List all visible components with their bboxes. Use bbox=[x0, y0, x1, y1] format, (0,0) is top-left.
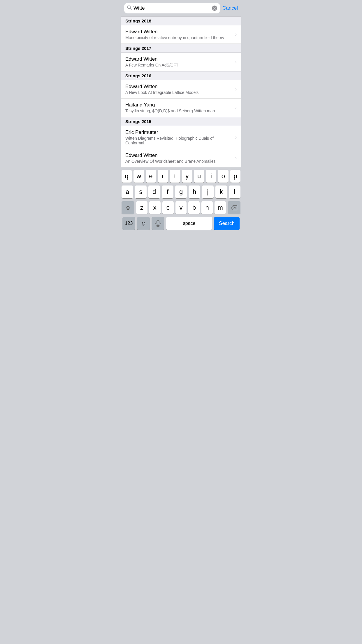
result-item[interactable]: Edward Witten A New Look At Integrable L… bbox=[121, 80, 241, 99]
keyboard: q w e r t y u i o p a s d f g h j k l z … bbox=[121, 167, 241, 231]
result-item[interactable]: Haitang Yang Tesytlin string, $O(D,D)$ a… bbox=[121, 99, 241, 117]
key-q[interactable]: q bbox=[122, 170, 132, 183]
result-subtitle: A New Look At Integrable Lattice Models bbox=[125, 90, 233, 95]
key-w[interactable]: w bbox=[133, 170, 144, 183]
key-e[interactable]: e bbox=[146, 170, 156, 183]
key-v[interactable]: v bbox=[175, 201, 187, 214]
keyboard-bottom-row: 123 ☺ space Search bbox=[122, 217, 240, 230]
search-input-wrapper bbox=[124, 3, 220, 13]
result-title: Edward Witten bbox=[125, 153, 233, 158]
key-u[interactable]: u bbox=[194, 170, 204, 183]
emoji-key[interactable]: ☺ bbox=[137, 217, 150, 230]
microphone-key[interactable] bbox=[152, 217, 164, 230]
result-subtitle: Monotonicity of relative entropy in quan… bbox=[125, 35, 233, 40]
keyboard-row-1: q w e r t y u i o p bbox=[122, 170, 240, 183]
svg-rect-4 bbox=[127, 209, 129, 210]
result-item[interactable]: Edward Witten Monotonicity of relative e… bbox=[121, 25, 241, 44]
key-h[interactable]: h bbox=[189, 186, 200, 198]
result-item[interactable]: Edward Witten A Few Remarks On AdS/CFT › bbox=[121, 53, 241, 71]
result-text: Edward Witten Monotonicity of relative e… bbox=[125, 29, 233, 40]
key-n[interactable]: n bbox=[201, 201, 213, 214]
key-z[interactable]: z bbox=[136, 201, 147, 214]
result-text: Haitang Yang Tesytlin string, $O(D,D)$ a… bbox=[125, 102, 233, 113]
keyboard-row-2: a s d f g h j k l bbox=[122, 186, 240, 198]
result-title: Eric Perlmutter bbox=[125, 130, 233, 135]
key-l[interactable]: l bbox=[229, 186, 240, 198]
key-j[interactable]: j bbox=[202, 186, 214, 198]
search-key[interactable]: Search bbox=[214, 217, 240, 230]
chevron-icon: › bbox=[235, 32, 237, 37]
key-s[interactable]: s bbox=[135, 186, 147, 198]
result-item[interactable]: Eric Perlmutter Witten Diagrams Revisite… bbox=[121, 126, 241, 149]
chevron-icon: › bbox=[235, 59, 237, 64]
key-t[interactable]: t bbox=[170, 170, 180, 183]
key-a[interactable]: a bbox=[122, 186, 133, 198]
result-subtitle: Tesytlin string, $O(D,D)$ and Seiberg-Wi… bbox=[125, 108, 233, 113]
svg-line-1 bbox=[130, 8, 132, 10]
keyboard-row-3: z x c v b n m bbox=[122, 201, 240, 214]
clear-button[interactable] bbox=[212, 6, 217, 11]
search-bar: Cancel bbox=[121, 0, 241, 16]
result-title: Edward Witten bbox=[125, 29, 233, 35]
search-icon bbox=[127, 5, 132, 11]
result-item[interactable]: Edward Witten An Overview Of Worldsheet … bbox=[121, 149, 241, 167]
section-header-strings2015: Strings 2015 bbox=[121, 117, 241, 126]
key-p[interactable]: p bbox=[230, 170, 240, 183]
key-o[interactable]: o bbox=[218, 170, 228, 183]
result-text: Edward Witten A New Look At Integrable L… bbox=[125, 84, 233, 95]
chevron-icon: › bbox=[235, 135, 237, 140]
result-text: Eric Perlmutter Witten Diagrams Revisite… bbox=[125, 130, 233, 145]
result-subtitle: A Few Remarks On AdS/CFT bbox=[125, 63, 233, 67]
chevron-icon: › bbox=[235, 87, 237, 92]
chevron-icon: › bbox=[235, 155, 237, 161]
result-subtitle: An Overview Of Worldsheet and Brane Anom… bbox=[125, 159, 233, 164]
key-g[interactable]: g bbox=[175, 186, 187, 198]
key-b[interactable]: b bbox=[188, 201, 200, 214]
key-x[interactable]: x bbox=[149, 201, 161, 214]
result-text: Edward Witten A Few Remarks On AdS/CFT bbox=[125, 56, 233, 67]
search-input[interactable] bbox=[133, 5, 210, 11]
result-title: Haitang Yang bbox=[125, 102, 233, 108]
shift-key[interactable] bbox=[122, 201, 134, 214]
result-subtitle: Witten Diagrams Revisited: Holographic D… bbox=[125, 136, 233, 145]
svg-rect-7 bbox=[157, 220, 159, 224]
key-r[interactable]: r bbox=[158, 170, 168, 183]
chevron-icon: › bbox=[235, 105, 237, 110]
section-header-strings2016: Strings 2016 bbox=[121, 71, 241, 80]
space-key[interactable]: space bbox=[166, 217, 212, 230]
result-title: Edward Witten bbox=[125, 84, 233, 90]
result-text: Edward Witten An Overview Of Worldsheet … bbox=[125, 153, 233, 164]
cancel-button[interactable]: Cancel bbox=[222, 5, 238, 11]
section-header-strings2018: Strings 2018 bbox=[121, 16, 241, 25]
numbers-key[interactable]: 123 bbox=[122, 217, 135, 230]
key-m[interactable]: m bbox=[215, 201, 226, 214]
key-f[interactable]: f bbox=[162, 186, 173, 198]
key-y[interactable]: y bbox=[182, 170, 192, 183]
key-c[interactable]: c bbox=[162, 201, 174, 214]
key-d[interactable]: d bbox=[148, 186, 160, 198]
key-i[interactable]: i bbox=[206, 170, 216, 183]
key-k[interactable]: k bbox=[215, 186, 227, 198]
section-header-strings2017: Strings 2017 bbox=[121, 44, 241, 53]
backspace-key[interactable] bbox=[228, 201, 240, 214]
results-list: Strings 2018 Edward Witten Monotonicity … bbox=[121, 16, 241, 167]
result-title: Edward Witten bbox=[125, 56, 233, 62]
